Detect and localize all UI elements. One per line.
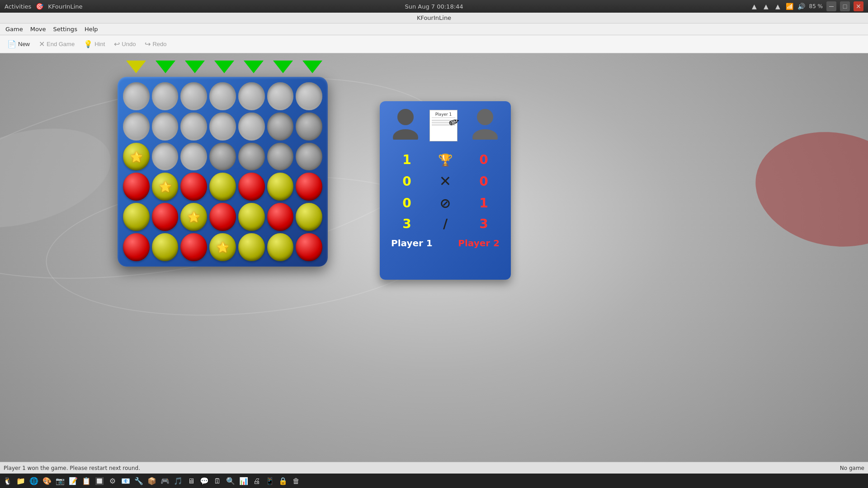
cell-2-0[interactable]: ⭐ — [123, 143, 150, 171]
cell-3-0[interactable] — [123, 173, 150, 201]
cell-3-2[interactable] — [180, 173, 207, 201]
cell-1-4[interactable] — [238, 113, 265, 141]
maximize-button[interactable]: □ — [840, 1, 850, 11]
activities-label[interactable]: Activities — [5, 3, 31, 10]
cell-0-4[interactable] — [238, 82, 265, 110]
hint-button[interactable]: 💡 Hint — [80, 38, 108, 50]
redo-button[interactable]: ↪ Redo — [141, 38, 170, 50]
cell-5-2[interactable] — [180, 233, 207, 261]
taskbar-icon-10[interactable]: 🔧 — [133, 475, 145, 487]
p2-total: 3 — [470, 216, 497, 231]
cell-3-5[interactable] — [267, 173, 294, 201]
undo-button[interactable]: ↩ Undo — [110, 38, 139, 50]
taskbar-icon-18[interactable]: 📊 — [238, 475, 250, 487]
menu-game[interactable]: Game — [2, 25, 27, 33]
cell-2-2[interactable] — [180, 143, 207, 171]
arrow-col-4[interactable] — [239, 61, 268, 73]
end-game-icon: ✕ — [39, 40, 45, 48]
arrow-shape-5[interactable] — [273, 61, 293, 73]
cell-1-3[interactable] — [209, 113, 236, 141]
cell-5-4[interactable] — [238, 233, 265, 261]
cell-0-5[interactable] — [267, 82, 294, 110]
cell-2-6[interactable] — [296, 143, 322, 171]
arrow-col-0[interactable] — [121, 61, 151, 73]
menu-bar: Game Move Settings Help — [0, 23, 868, 35]
arrow-col-2[interactable] — [180, 61, 209, 73]
taskbar-icon-1[interactable]: 📁 — [15, 475, 27, 487]
cell-2-5[interactable] — [267, 143, 294, 171]
taskbar-icon-21[interactable]: 🔒 — [277, 475, 289, 487]
cell-1-0[interactable] — [123, 113, 150, 141]
cell-0-1[interactable] — [152, 82, 179, 110]
cell-3-4[interactable] — [238, 173, 265, 201]
menu-move[interactable]: Move — [27, 25, 50, 33]
deco-ellipse-right — [746, 120, 868, 259]
game-status: No game — [840, 465, 864, 471]
cell-3-3[interactable] — [209, 173, 236, 201]
cell-4-5[interactable] — [267, 203, 294, 231]
arrow-shape-0[interactable] — [126, 61, 146, 73]
arrow-shape-1[interactable] — [156, 61, 175, 73]
p2-draws: 1 — [470, 196, 497, 211]
arrow-col-3[interactable] — [209, 61, 239, 73]
taskbar-icon-9[interactable]: 📧 — [120, 475, 132, 487]
cell-0-3[interactable] — [209, 82, 236, 110]
menu-help[interactable]: Help — [81, 25, 102, 33]
arrow-shape-2[interactable] — [185, 61, 205, 73]
cell-0-0[interactable] — [123, 82, 150, 110]
cell-3-6[interactable] — [296, 173, 322, 201]
cell-1-2[interactable] — [180, 113, 207, 141]
arrow-col-1[interactable] — [151, 61, 180, 73]
cell-0-2[interactable] — [180, 82, 207, 110]
taskbar-icon-6[interactable]: 📋 — [80, 475, 92, 487]
cell-1-6[interactable] — [296, 113, 322, 141]
cell-4-6[interactable] — [296, 203, 322, 231]
cell-1-5[interactable] — [267, 113, 294, 141]
taskbar-icon-15[interactable]: 💬 — [198, 475, 210, 487]
taskbar-icon-17[interactable]: 🔍 — [225, 475, 236, 487]
taskbar-icon-5[interactable]: 📝 — [67, 475, 79, 487]
cell-4-3[interactable] — [209, 203, 236, 231]
taskbar-icon-8[interactable]: ⚙ — [107, 475, 118, 487]
cell-2-3[interactable] — [209, 143, 236, 171]
arrow-col-6[interactable] — [297, 61, 327, 73]
taskbar-icon-3[interactable]: 🎨 — [41, 475, 53, 487]
cell-5-3[interactable]: ⭐ — [209, 233, 236, 261]
taskbar-icon-16[interactable]: 🗓 — [212, 475, 223, 487]
close-button[interactable]: ✕ — [854, 1, 863, 11]
arrow-shape-6[interactable] — [302, 61, 322, 73]
undo-icon: ↩ — [114, 40, 120, 48]
cell-1-1[interactable] — [152, 113, 179, 141]
end-game-button[interactable]: ✕ End Game — [35, 38, 78, 50]
cell-2-1[interactable] — [152, 143, 179, 171]
taskbar-icon-14[interactable]: 🖥 — [185, 475, 197, 487]
cell-5-6[interactable] — [296, 233, 322, 261]
taskbar-icon-19[interactable]: 🖨 — [251, 475, 263, 487]
arrow-shape-4[interactable] — [244, 61, 264, 73]
taskbar-icon-0[interactable]: 🐧 — [2, 475, 14, 487]
cell-0-6[interactable] — [296, 82, 322, 110]
cell-5-5[interactable] — [267, 233, 294, 261]
cell-2-4[interactable] — [238, 143, 265, 171]
taskbar-icon-11[interactable]: 📦 — [146, 475, 158, 487]
cell-4-2[interactable]: ⭐ — [180, 203, 207, 231]
menu-settings[interactable]: Settings — [50, 25, 81, 33]
new-button[interactable]: 📄 New — [4, 38, 33, 50]
cell-5-0[interactable] — [123, 233, 150, 261]
taskbar-icon-13[interactable]: 🎵 — [172, 475, 184, 487]
minimize-button[interactable]: ─ — [826, 1, 836, 11]
cell-4-1[interactable] — [152, 203, 179, 231]
taskbar-icon-20[interactable]: 📱 — [264, 475, 276, 487]
taskbar-icon-22[interactable]: 🗑 — [290, 475, 302, 487]
cell-4-0[interactable] — [123, 203, 150, 231]
taskbar-icon-7[interactable]: 🔲 — [94, 475, 105, 487]
taskbar-icon-12[interactable]: 🎮 — [159, 475, 171, 487]
taskbar-icon-4[interactable]: 📷 — [54, 475, 66, 487]
cell-3-1[interactable]: ⭐ — [152, 173, 179, 201]
taskbar-icon-2[interactable]: 🌐 — [28, 475, 40, 487]
arrow-col-5[interactable] — [268, 61, 297, 73]
arrow-shape-3[interactable] — [214, 61, 234, 73]
svg-point-3 — [472, 129, 498, 140]
cell-4-4[interactable] — [238, 203, 265, 231]
cell-5-1[interactable] — [152, 233, 179, 261]
